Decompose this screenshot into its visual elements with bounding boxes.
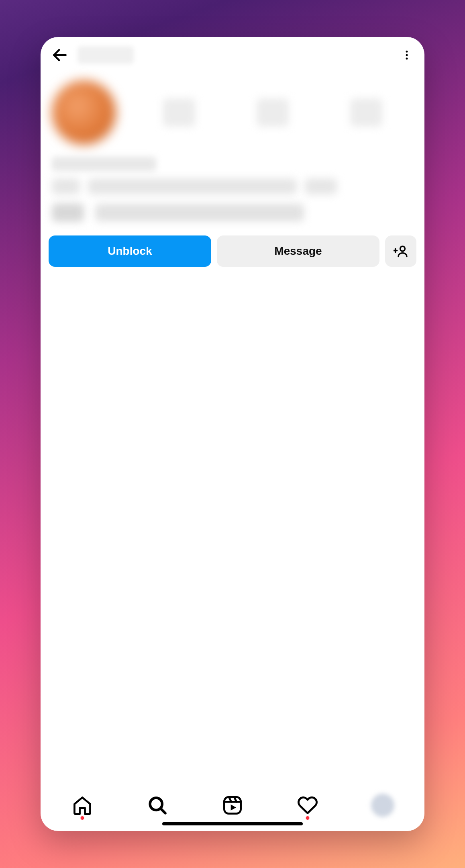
svg-line-8 (161, 809, 165, 813)
bio-chip-blurred (305, 178, 337, 194)
stats-blurred (132, 98, 413, 127)
nav-reels[interactable] (210, 789, 255, 821)
nav-profile[interactable] (361, 789, 405, 821)
profile-header-blurred (41, 73, 424, 222)
profile-thumb-blurred (371, 794, 394, 817)
svg-point-3 (406, 57, 408, 59)
nav-activity[interactable] (286, 789, 330, 821)
profile-content-empty (41, 267, 424, 783)
heart-icon (297, 795, 318, 816)
bio-chip-blurred (52, 178, 80, 194)
stat-following-blurred (350, 98, 382, 127)
top-bar (41, 37, 424, 73)
display-name-blurred (52, 157, 156, 171)
bio-line-1-blurred (52, 178, 413, 194)
unblock-button[interactable]: Unblock (49, 235, 211, 267)
nav-search[interactable] (135, 789, 179, 821)
username-blurred (78, 46, 134, 64)
bio-chip-blurred (52, 203, 84, 222)
bio-line-2-blurred (52, 203, 413, 222)
nav-home[interactable] (60, 789, 104, 821)
bio-chip-blurred (95, 204, 304, 221)
search-icon (147, 795, 168, 816)
notification-dot (80, 816, 84, 820)
stat-posts-blurred (163, 98, 195, 127)
profile-actions: Unblock Message (41, 222, 424, 267)
arrow-left-icon (51, 46, 69, 64)
reels-icon (222, 795, 243, 816)
message-button[interactable]: Message (217, 235, 379, 267)
bio-chip-blurred (88, 178, 297, 194)
home-icon (72, 795, 93, 816)
notification-dot (306, 816, 310, 820)
svg-point-4 (400, 246, 405, 251)
avatar-blurred (52, 80, 116, 145)
bottom-nav (41, 783, 424, 831)
add-user-icon (394, 244, 408, 258)
svg-rect-9 (224, 797, 241, 813)
svg-marker-13 (231, 804, 236, 810)
home-indicator (162, 822, 303, 825)
svg-point-1 (406, 51, 408, 53)
profile-row (52, 80, 413, 145)
stat-followers-blurred (257, 98, 289, 127)
more-vertical-icon (401, 49, 413, 61)
more-options-button[interactable] (399, 47, 415, 63)
back-button[interactable] (50, 45, 69, 65)
app-screen: Unblock Message (41, 37, 424, 831)
svg-point-2 (406, 54, 408, 56)
suggested-accounts-button[interactable] (385, 235, 416, 267)
